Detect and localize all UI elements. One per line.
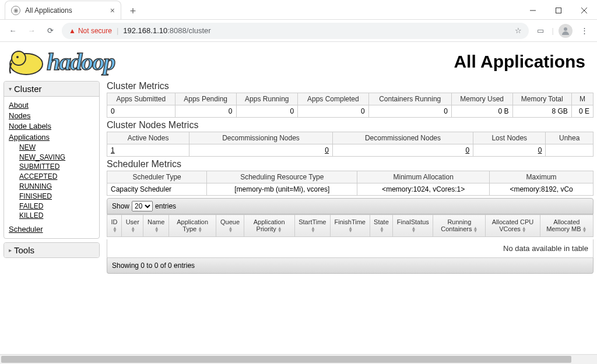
url-text: 192.168.1.10:8088/cluster (123, 26, 210, 35)
reload-button[interactable]: ⟳ (43, 24, 57, 38)
horizontal-scrollbar[interactable] (0, 354, 597, 364)
hadoop-logo[interactable]: hadoop (6, 45, 114, 77)
sort-icon: ▲▼ (522, 227, 526, 233)
sidebar: ▾Cluster About Nodes Node Labels Applica… (3, 81, 100, 274)
chevron-down-icon: ▾ (9, 86, 12, 92)
sidebar-state-running[interactable]: RUNNING (19, 182, 94, 192)
sort-icon: ▲▼ (348, 227, 353, 233)
col-decommissioned: Decommissioned Nodes (332, 132, 473, 144)
sidebar-link-node-labels[interactable]: Node Labels (9, 121, 94, 132)
sort-icon: ▲▼ (311, 227, 315, 233)
browser-tab[interactable]: ◉ All Applications × (5, 1, 121, 19)
col-apps-submitted: Apps Submitted (107, 93, 175, 105)
val-decommissioned: 0 (332, 144, 473, 157)
cluster-metrics-table: Apps Submitted Apps Pending Apps Running… (107, 93, 594, 118)
globe-icon: ◉ (11, 6, 20, 15)
page-size-select[interactable]: 20 (132, 201, 153, 211)
sort-icon: ▲▼ (582, 227, 587, 233)
profile-icon[interactable] (559, 24, 573, 38)
svg-point-4 (564, 27, 567, 31)
svg-rect-1 (556, 8, 561, 13)
sidebar-state-failed[interactable]: FAILED (19, 202, 94, 211)
sidebar-link-applications[interactable]: Applications (9, 132, 94, 143)
val-memory-total: 8 GB (512, 105, 571, 118)
sort-icon: ▲▼ (131, 227, 135, 233)
col-state[interactable]: State▲▼ (370, 215, 393, 237)
lost-nodes-link[interactable]: 0 (538, 146, 542, 154)
maximize-button[interactable] (546, 2, 571, 19)
url-box[interactable]: ▲ Not secure | 192.168.1.10:8088/cluster… (62, 23, 529, 39)
content-area: Cluster Metrics Apps Submitted Apps Pend… (107, 81, 594, 274)
col-memory-total: Memory Total (512, 93, 571, 105)
col-id[interactable]: ID▲▼ (107, 215, 122, 237)
sidebar-state-accepted[interactable]: ACCEPTED (19, 172, 94, 182)
logo-text: hadoop (47, 48, 114, 76)
sidebar-tools-header[interactable]: ▸Tools (4, 243, 99, 257)
col-app-type[interactable]: Application Type▲▼ (168, 215, 216, 237)
col-finalstatus[interactable]: FinalStatus▲▼ (393, 215, 433, 237)
scrollbar-thumb[interactable] (1, 356, 571, 363)
sidebar-link-nodes[interactable]: Nodes (9, 111, 94, 121)
datatable-info: Showing 0 to 0 of 0 entries (107, 258, 594, 274)
col-vcores[interactable]: Allocated CPU VCores▲▼ (486, 215, 540, 237)
val-apps-running: 0 (236, 105, 298, 118)
page-title: All Applications (454, 52, 591, 72)
val-apps-submitted: 0 (107, 105, 175, 118)
close-icon[interactable]: × (110, 6, 115, 15)
svg-point-7 (16, 56, 19, 58)
col-memory[interactable]: Allocated Memory MB▲▼ (540, 215, 593, 237)
col-queue[interactable]: Queue▲▼ (216, 215, 244, 237)
col-apps-pending: Apps Pending (175, 93, 236, 105)
col-scheduler-type: Scheduler Type (107, 171, 207, 183)
svg-point-6 (12, 51, 26, 65)
col-resource-type: Scheduling Resource Type (207, 171, 357, 183)
sidebar-state-new[interactable]: NEW (19, 143, 94, 153)
col-memory-used: Memory Used (451, 93, 512, 105)
col-finishtime[interactable]: FinishTime▲▼ (331, 215, 370, 237)
sidebar-link-scheduler[interactable]: Scheduler (9, 224, 94, 235)
val-m-truncated: 0 E (571, 105, 593, 118)
decommissioned-link[interactable]: 0 (465, 146, 469, 154)
col-min-alloc: Minimum Allocation (357, 171, 490, 183)
no-data-message: No data available in table (107, 239, 594, 258)
warning-icon: ▲ Not secure (69, 27, 112, 35)
col-starttime[interactable]: StartTime▲▼ (294, 215, 330, 237)
device-icon[interactable]: ▭ (533, 24, 547, 38)
sidebar-state-finished[interactable]: FINISHED (19, 192, 94, 202)
val-active-nodes: 1 (107, 144, 189, 157)
scheduler-metrics-title: Scheduler Metrics (107, 159, 594, 169)
menu-icon[interactable]: ⋮ (577, 24, 591, 38)
decommissioning-link[interactable]: 0 (325, 146, 329, 154)
sort-icon: ▲▼ (113, 227, 117, 233)
new-tab-button[interactable]: + (125, 3, 141, 19)
sidebar-state-killed[interactable]: KILLED (19, 211, 94, 221)
chevron-right-icon: ▸ (9, 247, 12, 253)
scheduler-metrics-table: Scheduler Type Scheduling Resource Type … (107, 171, 594, 196)
minimize-button[interactable] (520, 2, 546, 19)
sidebar-state-submitted[interactable]: SUBMITTED (19, 162, 94, 172)
col-name[interactable]: Name▲▼ (143, 215, 168, 237)
forward-button[interactable]: → (24, 24, 38, 38)
val-apps-pending: 0 (175, 105, 236, 118)
col-m-truncated: M (571, 93, 593, 105)
sort-icon: ▲▼ (154, 227, 159, 233)
sort-icon: ▲▼ (473, 227, 478, 233)
col-apps-completed: Apps Completed (298, 93, 369, 105)
col-containers[interactable]: Running Containers▲▼ (433, 215, 486, 237)
sidebar-state-new-saving[interactable]: NEW_SAVING (19, 153, 94, 162)
col-lost-nodes: Lost Nodes (473, 132, 546, 144)
col-user[interactable]: User▲▼ (122, 215, 143, 237)
val-resource-type: [memory-mb (unit=Mi), vcores] (207, 183, 357, 196)
sort-icon: ▲▼ (411, 227, 416, 233)
bookmark-icon[interactable]: ☆ (515, 26, 522, 35)
back-button[interactable]: ← (6, 24, 20, 38)
col-priority[interactable]: Application Priority▲▼ (244, 215, 294, 237)
sidebar-cluster-header[interactable]: ▾Cluster (4, 82, 99, 97)
window-close-button[interactable] (571, 2, 597, 19)
sidebar-link-about[interactable]: About (9, 100, 94, 111)
val-max-alloc: <memory:8192, vCo (490, 183, 594, 196)
active-nodes-link[interactable]: 1 (111, 146, 115, 154)
val-unhealthy (546, 144, 594, 157)
col-unhealthy: Unhea (546, 132, 594, 144)
page-header: hadoop All Applications (0, 42, 597, 81)
